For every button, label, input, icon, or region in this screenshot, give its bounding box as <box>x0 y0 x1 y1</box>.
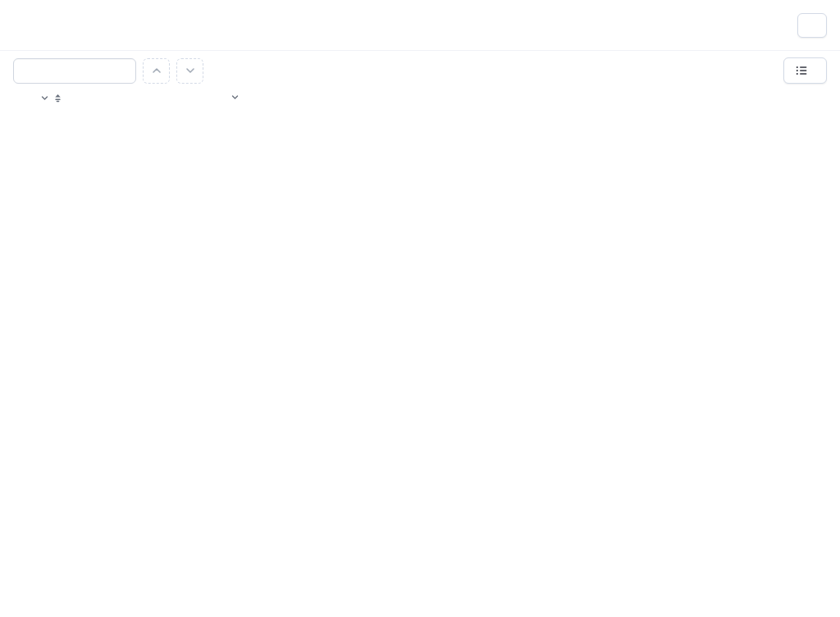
page-header <box>0 0 840 51</box>
spans-toolbar <box>0 51 840 90</box>
sort-icon[interactable] <box>53 94 62 103</box>
fields-list-icon <box>796 65 807 76</box>
chevron-up-icon <box>152 66 162 75</box>
column-header-name[interactable] <box>36 94 62 103</box>
next-match-button[interactable] <box>176 58 203 84</box>
rerun-button[interactable] <box>797 13 827 38</box>
search-spans-input[interactable] <box>13 58 136 84</box>
waterfall-table-header <box>0 90 840 112</box>
column-header-service-name[interactable] <box>226 94 239 101</box>
chevron-down-icon <box>185 66 195 75</box>
timeline-axis <box>374 90 840 112</box>
fields-button[interactable] <box>783 57 827 84</box>
chevron-down-icon <box>41 94 48 102</box>
previous-match-button[interactable] <box>143 58 170 84</box>
chevron-down-icon <box>231 94 239 101</box>
